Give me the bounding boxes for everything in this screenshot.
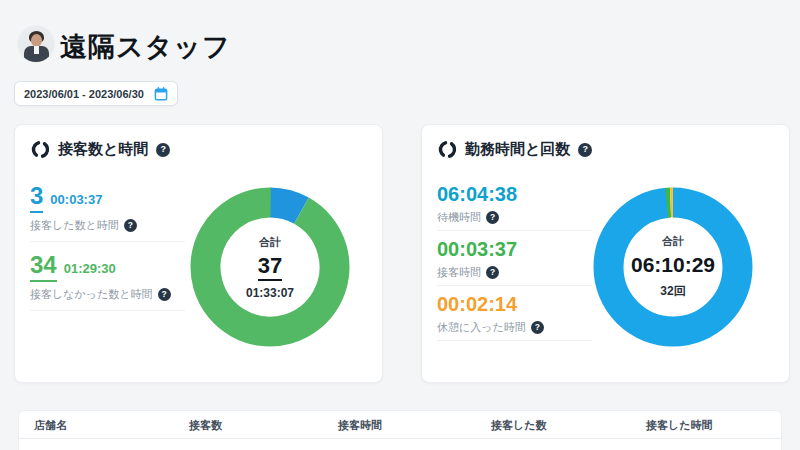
worktime-card: 勤務時間と回数 06:04:38 待機時間 00:03:37 接客時間 00:0…	[421, 124, 790, 383]
total-time: 01:33:07	[246, 286, 294, 300]
served-label: 接客した数と時間	[30, 217, 185, 233]
served-time: 00:03:37	[50, 192, 102, 207]
help-icon[interactable]	[156, 143, 170, 157]
total-worktime: 06:10:29	[631, 252, 715, 278]
date-range-input[interactable]: 2023/06/01 - 2023/06/30	[14, 81, 178, 106]
divider	[437, 340, 592, 341]
page-title: 遠隔スタッフ	[60, 29, 231, 65]
card-title-sessions: 接客数と時間	[58, 140, 148, 159]
divider	[437, 285, 592, 286]
divider	[30, 241, 185, 242]
stores-table: 店舗名 接客数 接客時間 接客した数 接客した時間	[18, 410, 782, 450]
stat-served: 3 00:03:37 接客した数と時間	[30, 181, 185, 242]
date-range-value: 2023/06/01 - 2023/06/30	[24, 88, 154, 100]
serving-label: 接客時間	[437, 264, 592, 280]
col-served-count: 接客した数	[491, 411, 547, 439]
served-count-link[interactable]: 3	[30, 181, 43, 213]
worktime-donut: 合計 06:10:29 32回	[593, 187, 753, 347]
divider	[437, 230, 592, 231]
standby-label: 待機時間	[437, 209, 592, 225]
avatar	[17, 25, 55, 63]
stat-break: 00:02:14 休憩に入った時間	[437, 291, 592, 341]
help-icon[interactable]	[531, 321, 544, 334]
col-served-time: 接客した時間	[646, 411, 713, 439]
help-icon[interactable]	[578, 143, 592, 157]
col-session-count: 接客数	[189, 411, 222, 439]
help-icon[interactable]	[158, 288, 171, 301]
not-served-count-link[interactable]: 34	[30, 250, 57, 282]
calendar-icon[interactable]	[154, 87, 168, 101]
not-served-label: 接客しなかった数と時間	[30, 286, 185, 302]
help-icon[interactable]	[486, 266, 499, 279]
not-served-time: 01:29:30	[64, 261, 116, 276]
sessions-card: 接客数と時間 3 00:03:37 接客した数と時間 34 01:29:30 接…	[14, 124, 383, 383]
break-time: 00:02:14	[437, 291, 592, 317]
help-icon[interactable]	[486, 211, 499, 224]
stat-not-served: 34 01:29:30 接客しなかった数と時間	[30, 250, 185, 311]
donut-chart-icon	[31, 140, 50, 159]
standby-time: 06:04:38	[437, 181, 592, 207]
avatar-shirt	[34, 46, 39, 54]
total-count-link[interactable]: 37	[258, 253, 282, 281]
sessions-stats: 3 00:03:37 接客した数と時間 34 01:29:30 接客しなかった数…	[30, 181, 185, 319]
card-title-worktime: 勤務時間と回数	[465, 140, 570, 159]
donut-chart-icon	[438, 140, 457, 159]
sessions-donut-center: 合計 37 01:33:07	[220, 217, 320, 317]
stat-standby: 06:04:38 待機時間	[437, 181, 592, 231]
help-icon[interactable]	[124, 219, 137, 232]
break-label: 休憩に入った時間	[437, 319, 592, 335]
serving-time: 00:03:37	[437, 236, 592, 262]
total-label: 合計	[259, 235, 281, 250]
sessions-donut: 合計 37 01:33:07	[190, 187, 350, 347]
col-session-time: 接客時間	[338, 411, 382, 439]
worktime-stats: 06:04:38 待機時間 00:03:37 接客時間 00:02:14 休憩に…	[437, 181, 592, 346]
col-store-name: 店舗名	[34, 411, 67, 439]
worktime-donut-center: 合計 06:10:29 32回	[623, 217, 723, 317]
total-label: 合計	[662, 234, 684, 249]
stat-serving: 00:03:37 接客時間	[437, 236, 592, 286]
table-header-row: 店舗名 接客数 接客時間 接客した数 接客した時間	[19, 411, 781, 439]
total-count: 32回	[660, 283, 685, 300]
divider	[30, 310, 185, 311]
